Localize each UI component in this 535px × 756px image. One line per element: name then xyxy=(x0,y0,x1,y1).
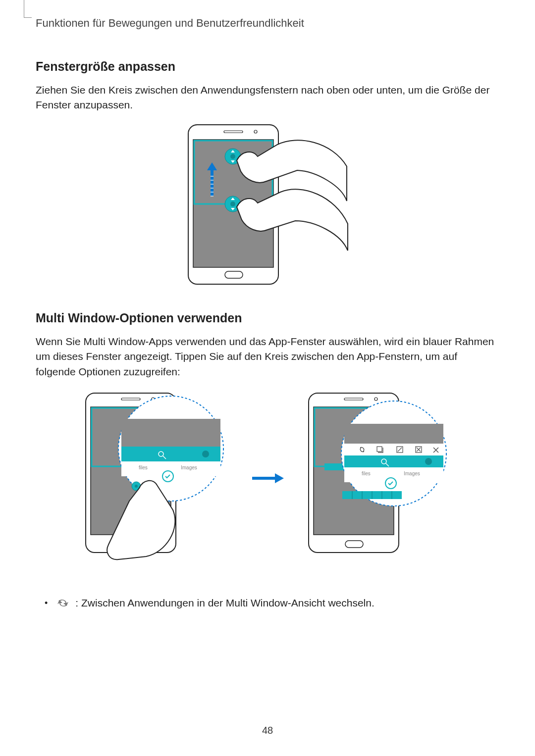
svg-point-9 xyxy=(230,202,235,206)
svg-point-7 xyxy=(230,154,235,159)
page-corner-mark xyxy=(24,0,32,18)
svg-text:Images: Images xyxy=(181,465,197,470)
svg-point-34 xyxy=(135,485,138,488)
svg-rect-43 xyxy=(344,424,443,444)
figure-multiwindow-options: files Images xyxy=(36,389,499,567)
svg-point-28 xyxy=(202,451,209,457)
svg-text:files: files xyxy=(139,465,148,470)
svg-rect-24 xyxy=(121,419,220,447)
svg-rect-29 xyxy=(121,461,220,476)
page-number: 48 xyxy=(0,725,535,736)
bullet-dot-icon: • xyxy=(45,599,51,607)
arrow-right-icon xyxy=(250,468,285,488)
running-head: Funktionen für Bewegungen und Benutzerfr… xyxy=(36,17,499,30)
bullet-swap-apps: • : Zwischen Anwendungen in der Multi Wi… xyxy=(45,597,499,609)
bullet-text: : Zwischen Anwendungen in der Multi Wind… xyxy=(75,597,374,609)
svg-rect-52 xyxy=(344,467,443,482)
section1-body: Ziehen Sie den Kreis zwischen den Anwend… xyxy=(36,83,499,113)
svg-rect-44 xyxy=(344,444,443,455)
section1-heading: Fenstergröße anpassen xyxy=(36,59,499,74)
svg-text:files: files xyxy=(362,471,371,476)
svg-point-51 xyxy=(425,458,432,465)
section2-heading: Multi Window-Optionen verwenden xyxy=(36,311,499,325)
svg-text:Images: Images xyxy=(404,471,420,476)
swap-icon xyxy=(55,597,70,609)
figure-resize-window xyxy=(36,122,499,290)
section2-body: Wenn Sie Multi Window-Apps verwenden und… xyxy=(36,334,499,379)
